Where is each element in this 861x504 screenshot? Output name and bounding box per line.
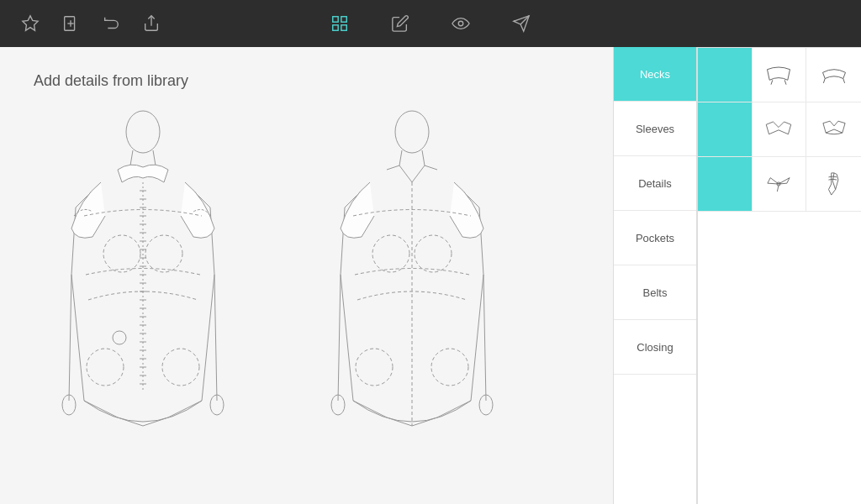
main-toolbar (0, 0, 861, 47)
svg-line-64 (778, 186, 779, 192)
category-item-details[interactable]: Details (614, 156, 696, 211)
grid-cell-1-2[interactable] (753, 48, 807, 102)
bow-tie-icon (763, 169, 794, 199)
category-item-necks[interactable]: Necks (614, 47, 696, 102)
svg-point-41 (145, 235, 182, 272)
svg-point-43 (162, 349, 199, 386)
category-item-sleeves[interactable]: Sleeves (614, 102, 696, 156)
svg-rect-5 (333, 17, 338, 22)
svg-point-55 (372, 235, 409, 272)
toolbar-left-group (17, 10, 165, 37)
edit-pencil-icon[interactable] (387, 10, 414, 37)
grid-cell-1-1[interactable] (698, 48, 753, 102)
svg-point-40 (103, 235, 140, 272)
svg-point-54 (431, 349, 468, 386)
grid-cell-1-3[interactable] (806, 48, 861, 102)
svg-line-61 (771, 80, 773, 84)
category-list: Necks Sleeves Details Pockets Belts Clos… (613, 47, 697, 504)
svg-marker-0 (23, 16, 38, 30)
main-content: Add details from library (0, 47, 861, 504)
svg-line-62 (785, 80, 787, 84)
send-icon[interactable] (508, 10, 535, 37)
undo-icon[interactable] (98, 10, 124, 37)
category-item-closing[interactable]: Closing (614, 320, 696, 375)
scarf-tie-icon (819, 169, 849, 199)
neck-style-1-icon (763, 60, 794, 90)
grid-cell-2-2[interactable] (753, 102, 807, 157)
svg-line-13 (130, 150, 133, 165)
items-grid (697, 47, 861, 504)
garment-back-sketch (320, 107, 504, 459)
export-icon[interactable] (138, 10, 165, 37)
svg-point-49 (395, 111, 429, 153)
garment-front-sketch (50, 107, 235, 459)
svg-point-9 (458, 21, 463, 26)
logo-icon[interactable] (17, 10, 44, 37)
svg-rect-8 (341, 25, 346, 30)
svg-point-12 (126, 111, 160, 153)
grid-cell-2-3[interactable] (806, 102, 861, 157)
grid-cell-3-2[interactable] (753, 157, 807, 212)
svg-point-56 (415, 235, 452, 272)
svg-line-58 (483, 275, 486, 401)
grid-cell-2-1[interactable] (698, 102, 753, 157)
category-item-pockets[interactable]: Pockets (614, 211, 696, 265)
category-item-belts[interactable]: Belts (614, 265, 696, 320)
grid-cell-3-3[interactable] (806, 157, 861, 212)
toolbar-center-group (326, 10, 535, 37)
svg-line-51 (422, 150, 425, 165)
svg-point-42 (87, 349, 124, 386)
neck-style-2-icon (819, 60, 849, 90)
svg-line-57 (338, 275, 341, 401)
svg-line-14 (153, 150, 156, 165)
new-document-icon[interactable] (57, 10, 84, 37)
svg-line-45 (214, 275, 217, 401)
eye-preview-icon[interactable] (447, 10, 474, 37)
svg-point-53 (356, 349, 393, 386)
svg-point-48 (113, 331, 126, 344)
grid-cell-3-1[interactable] (698, 157, 753, 212)
collar-style-2-icon (819, 114, 849, 144)
collar-style-1-icon (763, 114, 794, 144)
svg-line-44 (69, 275, 71, 401)
svg-line-50 (399, 150, 402, 165)
library-panel: Necks Sleeves Details Pockets Belts Clos… (613, 47, 861, 504)
svg-rect-6 (341, 17, 346, 22)
svg-rect-7 (333, 25, 338, 30)
grid-view-icon[interactable] (326, 10, 353, 37)
